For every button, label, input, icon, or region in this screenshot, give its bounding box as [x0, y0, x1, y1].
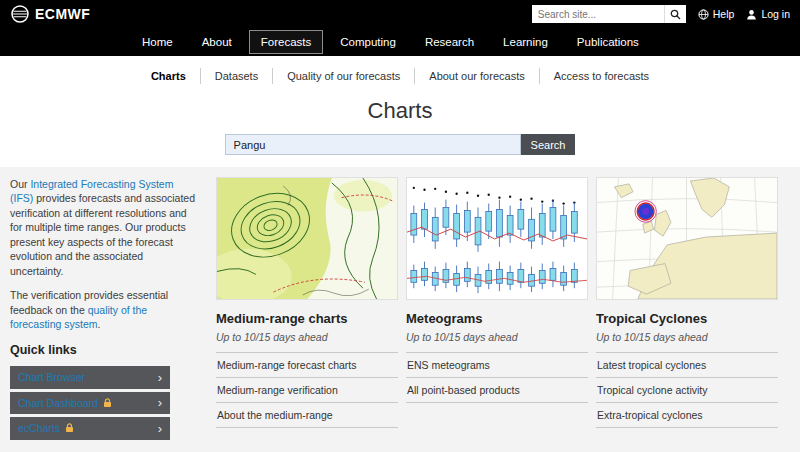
subnav-item-quality[interactable]: Quality of our forecasts	[273, 68, 415, 84]
intro-column: Our Integrated Forecasting System (IFS) …	[10, 177, 208, 443]
ecmwf-logo[interactable]: ECMWF	[10, 4, 90, 24]
nav-item-publications[interactable]: Publications	[565, 30, 651, 54]
content-section: Our Integrated Forecasting System (IFS) …	[0, 167, 800, 452]
help-label: Help	[713, 8, 735, 20]
chevron-right-icon: ›	[158, 371, 162, 384]
card-link[interactable]: ENS meteograms	[406, 353, 588, 377]
charts-search-form: Search	[0, 134, 800, 155]
card-link[interactable]: Extra-tropical cyclones	[596, 403, 778, 427]
intro-p1-pre: Our	[10, 178, 30, 190]
subnav-item-about-forecasts[interactable]: About our forecasts	[415, 68, 539, 84]
ecmwf-logo-text: ECMWF	[35, 6, 90, 22]
card-meteograms: Meteograms Up to 10/15 days ahead ENS me…	[406, 177, 588, 443]
nav-item-home[interactable]: Home	[130, 30, 185, 54]
meteogram-thumbnail[interactable]	[406, 177, 588, 300]
card-title: Tropical Cyclones	[596, 311, 778, 326]
subnav-item-datasets[interactable]: Datasets	[201, 68, 273, 84]
quick-link-label: Chart Dashboard	[18, 396, 98, 410]
search-icon	[670, 9, 681, 20]
card-link[interactable]: About the medium-range	[216, 403, 398, 427]
quick-link-label: Chart Browser	[18, 370, 85, 384]
top-bar: ECMWF Help Log in	[0, 0, 800, 28]
card-links: Latest tropical cyclones Tropical cyclon…	[596, 352, 778, 428]
lock-icon	[103, 398, 112, 408]
tropical-cyclone-map-thumbnail[interactable]	[596, 177, 778, 300]
card-link[interactable]: Medium-range verification	[216, 378, 398, 402]
card-title: Meteograms	[406, 311, 588, 326]
medium-range-chart-thumbnail[interactable]	[216, 177, 398, 300]
card-title: Medium-range charts	[216, 311, 398, 326]
intro-p1-post: provides forecasts and associated verifi…	[10, 192, 195, 276]
quick-link-chart-dashboard[interactable]: Chart Dashboard ›	[10, 392, 170, 414]
charts-search-input[interactable]	[225, 134, 521, 155]
lock-icon	[65, 423, 74, 433]
nav-item-learning[interactable]: Learning	[491, 30, 560, 54]
intro-paragraph-1: Our Integrated Forecasting System (IFS) …	[10, 177, 198, 278]
intro-paragraph-2: The verification provides essential feed…	[10, 288, 198, 331]
card-subtitle: Up to 10/15 days ahead	[596, 331, 778, 343]
card-link[interactable]: Latest tropical cyclones	[596, 353, 778, 377]
page-title: Charts	[0, 98, 800, 124]
chevron-right-icon: ›	[158, 396, 162, 409]
nav-item-about[interactable]: About	[190, 30, 244, 54]
card-links: Medium-range forecast charts Medium-rang…	[216, 352, 398, 428]
help-icon	[698, 9, 709, 20]
forecasts-sub-navigation: Charts Datasets Quality of our forecasts…	[0, 56, 800, 94]
site-search-input[interactable]	[532, 5, 664, 23]
ecmwf-logo-icon	[10, 4, 30, 24]
quick-link-eccharts[interactable]: ecCharts ›	[10, 417, 170, 439]
chevron-right-icon: ›	[158, 422, 162, 435]
nav-item-computing[interactable]: Computing	[328, 30, 408, 54]
user-icon	[746, 9, 757, 20]
nav-item-forecasts[interactable]: Forecasts	[249, 30, 324, 54]
card-link[interactable]: Tropical cyclone activity	[596, 378, 778, 402]
subnav-item-charts[interactable]: Charts	[137, 68, 201, 84]
card-link[interactable]: All point-based products	[406, 378, 588, 402]
subnav-item-access[interactable]: Access to forecasts	[540, 68, 663, 84]
quick-link-chart-browser[interactable]: Chart Browser ›	[10, 366, 170, 388]
intro-p2-post: .	[98, 318, 101, 330]
card-links: ENS meteograms All point-based products	[406, 352, 588, 403]
topbar-right-group: Help Log in	[532, 5, 790, 23]
site-search-form	[532, 5, 686, 23]
card-medium-range-charts: Medium-range charts Up to 10/15 days ahe…	[216, 177, 398, 443]
help-link[interactable]: Help	[698, 8, 735, 20]
login-label: Log in	[761, 8, 790, 20]
quick-links-heading: Quick links	[10, 342, 198, 359]
site-search-button[interactable]	[664, 5, 686, 23]
card-subtitle: Up to 10/15 days ahead	[406, 331, 588, 343]
quick-link-label: ecCharts	[18, 421, 60, 435]
login-link[interactable]: Log in	[746, 8, 790, 20]
charts-search-button[interactable]: Search	[521, 134, 576, 155]
card-subtitle: Up to 10/15 days ahead	[216, 331, 398, 343]
main-navigation: Home About Forecasts Computing Research …	[0, 28, 800, 56]
card-link[interactable]: Medium-range forecast charts	[216, 353, 398, 377]
nav-item-research[interactable]: Research	[413, 30, 486, 54]
card-tropical-cyclones: Tropical Cyclones Up to 10/15 days ahead…	[596, 177, 778, 443]
